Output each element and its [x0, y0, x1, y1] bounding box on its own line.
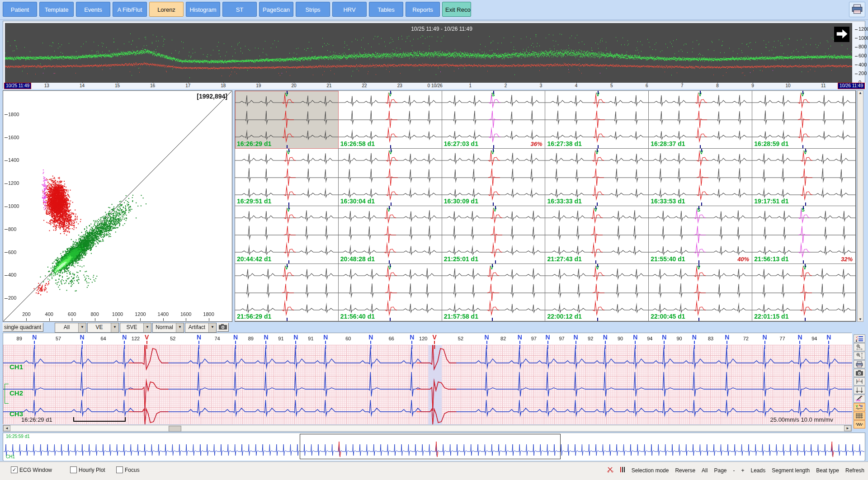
overview-selection-box[interactable]: [300, 434, 560, 459]
print-button[interactable]: [849, 2, 865, 17]
strip-cell-16-27-03-d1[interactable]: S16:27:03 d136%: [442, 91, 546, 149]
calipers-bars-icon[interactable]: [620, 466, 625, 474]
checkbox-box[interactable]: ✓: [11, 466, 18, 473]
event-list-icon[interactable]: [854, 334, 865, 343]
tab-reports[interactable]: Reports: [406, 2, 440, 17]
strip-cell-21-56-40-d1[interactable]: V21:56:40 d1: [339, 264, 442, 322]
strip-cell-20-44-42-d1[interactable]: V20:44:42 d1: [235, 206, 339, 264]
beat-label-n: N: [662, 334, 666, 341]
tab-pagescan[interactable]: PageScan: [259, 2, 293, 17]
tab-patient[interactable]: Patient: [3, 2, 37, 17]
strip-cell-22-00-12-d1[interactable]: V22:00:12 d1: [545, 264, 649, 322]
filter-dropdown-ve[interactable]: VE▼: [87, 323, 119, 333]
tick-mark: [855, 38, 858, 38]
strip-cell-21-25-01-d1[interactable]: V21:25:01 d1: [442, 206, 546, 264]
strip-cell-16-33-33-d1[interactable]: V16:33:33 d1: [545, 149, 649, 207]
filter-dropdown-artifact[interactable]: Artifact▼: [185, 323, 217, 333]
snapshot-icon[interactable]: [854, 369, 865, 377]
checkbox-hourly-plot[interactable]: Hourly Plot: [70, 466, 105, 473]
strip-cell-16-26-58-d1[interactable]: V16:26:58 d1: [339, 91, 442, 149]
strip-cell-16-30-04-d1[interactable]: V16:30:04 d1: [339, 149, 442, 207]
grid-scrollbar[interactable]: ▲ ▼: [857, 90, 863, 322]
zoom-vertical-icon[interactable]: [854, 352, 865, 360]
tab-a-fib-flut[interactable]: A Fib/Flut: [113, 2, 147, 17]
strip-cell-22-01-15-d1[interactable]: V22:01:15 d1: [752, 264, 856, 322]
trend-x-tick-label: 14: [80, 83, 85, 88]
ecg-waveform[interactable]: [3, 345, 852, 424]
hr-value-label: 94: [647, 336, 652, 341]
strip-cell-16-29-51-d1[interactable]: V16:29:51 d1: [235, 149, 339, 207]
overview-channel-label: CH1: [6, 454, 15, 459]
strip-cell-16-28-37-d1[interactable]: V16:28:37 d1: [649, 91, 752, 149]
action-selection-mode[interactable]: Selection mode: [632, 467, 669, 474]
lorenz-scatter[interactable]: [4, 91, 231, 321]
chevron-down-icon[interactable]: ▼: [111, 323, 118, 332]
action-page[interactable]: Page: [714, 467, 726, 474]
action-leads[interactable]: Leads: [751, 467, 766, 474]
grid-scroll-down-icon[interactable]: ▼: [858, 317, 863, 321]
strip-cell-20-48-28-d1[interactable]: V20:48:28 d1: [339, 206, 442, 264]
action-refresh[interactable]: Refresh: [845, 467, 864, 474]
sync-tick-bottom: [598, 145, 599, 148]
action-beat-type[interactable]: Beat type: [816, 467, 839, 474]
strip-cell-21-56-13-d1[interactable]: S21:56:13 d132%: [752, 206, 856, 264]
tab-hrv[interactable]: HRV: [332, 2, 367, 17]
grid-scroll-up-icon[interactable]: ▲: [858, 91, 863, 95]
hr-trend-plot[interactable]: [5, 23, 852, 84]
trend-next-arrow-button[interactable]: [834, 27, 849, 42]
strip-cell-22-00-45-d1[interactable]: V22:00:45 d1: [649, 264, 752, 322]
checkbox-box[interactable]: [70, 466, 77, 473]
action-all[interactable]: All: [702, 467, 708, 474]
action-[interactable]: +: [741, 467, 744, 474]
tab-tables[interactable]: Tables: [369, 2, 403, 17]
strip-cell-16-26-29-d1[interactable]: V16:26:29 d1: [235, 91, 339, 149]
strip-cell-19-17-51-d1[interactable]: V19:17:51 d1: [752, 149, 856, 207]
filter-dropdown-sve[interactable]: SVE▼: [120, 323, 151, 333]
lorenz-x-tick-label: 1600: [180, 311, 191, 317]
strip-cell-21-27-43-d1[interactable]: V21:27:43 d1: [545, 206, 649, 264]
tab-lorenz[interactable]: Lorenz: [149, 2, 184, 17]
action-reverse[interactable]: Reverse: [675, 467, 695, 474]
checkbox-focus[interactable]: Focus: [116, 466, 140, 473]
beat-type-icon[interactable]: VN: [854, 403, 865, 411]
beat-label-n: N: [826, 334, 831, 341]
scroll-right-icon[interactable]: ►: [844, 425, 851, 431]
zoom-horizontal-icon[interactable]: [854, 343, 865, 351]
measure-interval-icon[interactable]: 2: [854, 377, 865, 386]
tab-strips[interactable]: Strips: [296, 2, 330, 17]
strip-cell-21-55-40-d1[interactable]: S21:55:40 d140%: [649, 206, 752, 264]
strip-cell-21-56-29-d1[interactable]: V21:56:29 d1: [235, 264, 339, 322]
strip-cell-16-27-38-d1[interactable]: V16:27:38 d1: [545, 91, 649, 149]
scissors-icon[interactable]: [607, 466, 613, 474]
scrollbar-thumb[interactable]: [169, 426, 181, 432]
waveform-toggle-icon[interactable]: [854, 420, 865, 428]
tab-events[interactable]: Events: [76, 2, 110, 17]
chevron-down-icon[interactable]: ▼: [208, 323, 216, 332]
strip-cell-21-57-58-d1[interactable]: V21:57:58 d1: [442, 264, 546, 322]
filter-dropdown-all[interactable]: All▼: [55, 323, 86, 333]
action-[interactable]: -: [733, 467, 735, 474]
ecg-scrollbar[interactable]: ◄ ►: [3, 425, 852, 432]
chevron-down-icon[interactable]: ▼: [143, 323, 151, 332]
checkbox-box[interactable]: [116, 466, 123, 473]
print-strip-icon[interactable]: [854, 360, 865, 368]
sve-wand-icon[interactable]: SVE: [854, 395, 865, 403]
calipers-icon[interactable]: [854, 386, 865, 394]
chevron-down-icon[interactable]: ▼: [176, 323, 184, 332]
filter-dropdown-normal[interactable]: Normal▼: [152, 323, 184, 333]
camera-button[interactable]: [217, 323, 229, 332]
checkbox-ecg-window[interactable]: ✓ECG Window: [11, 466, 52, 473]
strip-cell-16-33-53-d1[interactable]: V16:33:53 d1: [649, 149, 752, 207]
chevron-down-icon[interactable]: ▼: [78, 323, 86, 332]
tab-histogram[interactable]: Histogram: [186, 2, 220, 17]
grid-toggle-icon[interactable]: [854, 412, 865, 420]
tab-st[interactable]: ST: [222, 2, 257, 17]
tab-exit-record[interactable]: Exit Record: [442, 2, 471, 17]
beat-label-n: N: [518, 334, 522, 341]
action-segment-length[interactable]: Segment length: [772, 467, 810, 474]
strip-cell-16-28-59-d1[interactable]: V16:28:59 d1: [752, 91, 856, 149]
strip-cell-16-30-09-d1[interactable]: V16:30:09 d1: [442, 149, 546, 207]
tab-template[interactable]: Template: [39, 2, 74, 17]
single-quadrant-button[interactable]: single quadrant: [3, 323, 43, 332]
scroll-left-icon[interactable]: ◄: [3, 425, 10, 431]
